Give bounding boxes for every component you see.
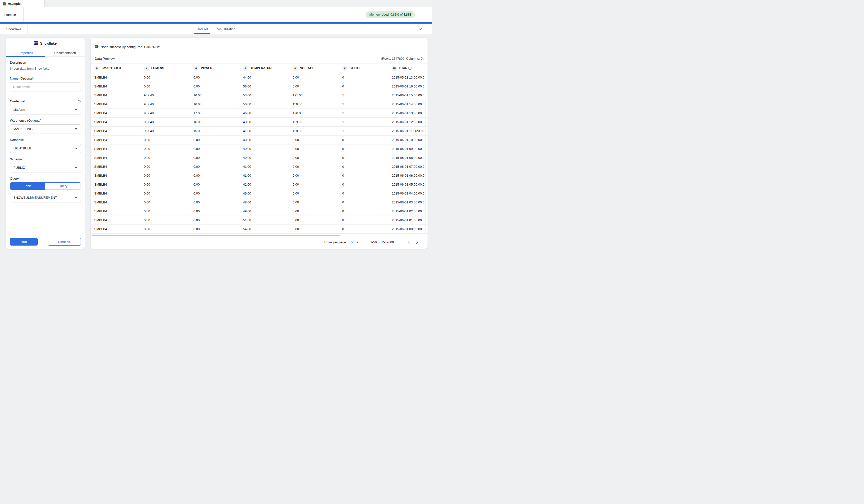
number-type-icon: # [193, 66, 199, 71]
table-cell: SMBLB4 [94, 138, 144, 142]
table-cell: 987.40 [144, 120, 193, 124]
tab-dataset[interactable]: Dataset [193, 24, 211, 34]
table-cell: 17.00 [193, 111, 243, 115]
table-cell: 2015-06-01 03:00:00.0 [392, 200, 428, 204]
caret-down-icon [75, 167, 77, 169]
table-cell: 0.00 [293, 227, 342, 231]
database-icon [34, 41, 38, 46]
previous-page-button[interactable] [406, 239, 412, 245]
database-value: LIGHTBULB [13, 146, 31, 150]
main-content: Snowflake Properties Documentation Descr… [0, 34, 432, 252]
table-row: SMBLB40.000.0046.000.0002015-06-01 04:00… [91, 189, 428, 198]
table-row: SMBLB40.000.0041.000.0002015-06-01 06:00… [91, 171, 428, 180]
credential-select[interactable]: platform [10, 105, 81, 114]
name-label: Name (Optional) [10, 76, 81, 80]
column-header: #VOLTAGE [293, 66, 342, 71]
table-cell: 2015-06-01 15:00:00.0 [392, 94, 428, 97]
table-cell: 0.00 [293, 192, 342, 195]
status-message: Node succesfully configured. Click 'Run' [100, 45, 160, 49]
table-cell: 0.00 [144, 85, 193, 88]
column-header: START_T [392, 66, 428, 71]
string-type-icon: A [94, 66, 99, 71]
caret-down-icon [75, 148, 77, 149]
caret-down-icon [75, 128, 77, 130]
node-name-label: Snowflake [0, 24, 28, 34]
table-row: SMBLB40.000.0048.000.0002015-06-01 03:00… [91, 198, 428, 207]
table-row: SMBLB4987.4017.0046.00120.0012015-06-01 … [91, 109, 428, 118]
table-cell: 121.00 [293, 94, 342, 97]
table-cell: SMBLB4 [94, 192, 144, 195]
tab-documentation[interactable]: Documentation [45, 49, 85, 57]
table-cell: 2015-06-01 13:00:00.0 [392, 111, 428, 115]
credential-value: platform [13, 108, 25, 111]
table-cell: 0.00 [193, 138, 243, 142]
caret-down-icon [75, 109, 77, 111]
browser-tab[interactable]: example [0, 0, 45, 7]
table-row: SMBLB40.000.0044.000.0002015-05-28 13:00… [91, 73, 428, 82]
table-cell: SMBLB4 [94, 120, 144, 124]
table-row: SMBLB4987.4015.0041.00118.0012015-06-01 … [91, 127, 428, 136]
table-cell: SMBLB4 [94, 76, 144, 79]
table-cell: 46.00 [243, 111, 293, 115]
table-cell: 0.00 [144, 183, 193, 186]
node-name-input[interactable] [10, 82, 81, 91]
horizontal-scrollbar-thumb[interactable] [92, 235, 340, 236]
table-cell: 0 [342, 147, 392, 151]
table-cell: 2015-06-01 12:00:00.0 [392, 120, 428, 124]
table-cell: 0.00 [293, 138, 342, 142]
browser-tab-strip: example [0, 0, 432, 7]
table-cell: 44.00 [243, 76, 293, 79]
table-cell: SMBLB4 [94, 183, 144, 186]
table-cell: 56.00 [243, 85, 293, 88]
tab-properties[interactable]: Properties [6, 49, 45, 57]
clear-all-button[interactable]: Clear All [48, 238, 81, 246]
table-cell: 0.00 [144, 76, 193, 79]
caret-down-icon [75, 197, 77, 198]
table-cell: 0 [342, 209, 392, 213]
table-cell: 2015-06-01 04:00:00.0 [392, 192, 428, 195]
caret-down-icon [356, 242, 358, 243]
table-cell: 0.00 [144, 209, 193, 213]
table-cell: 41.00 [243, 165, 293, 169]
chevron-down-icon[interactable] [418, 27, 423, 31]
warehouse-select[interactable]: MARKETING [10, 124, 81, 134]
warehouse-group: Warehouse (Optional) MARKETING [10, 119, 81, 134]
table-cell: SMBLB4 [94, 147, 144, 151]
table-cell: 0 [342, 218, 392, 222]
next-page-button[interactable] [413, 239, 420, 245]
table-row: SMBLB4987.4016.0043.00119.0012015-06-01 … [91, 118, 428, 127]
panel-footer: Run Clear All [6, 234, 85, 249]
table-body: SMBLB40.000.0044.000.0002015-05-28 13:00… [91, 73, 428, 234]
toggle-query[interactable]: Query [45, 183, 81, 189]
toggle-table[interactable]: Table [10, 183, 45, 189]
table-cell: 1 [342, 111, 392, 115]
table-cell: 0.00 [293, 218, 342, 222]
table-cell: 0.00 [144, 227, 193, 231]
tab-visualization[interactable]: Visualization [214, 24, 239, 34]
schema-select[interactable]: PUBLIC [10, 163, 81, 172]
table-row: SMBLB40.000.0040.000.0002015-06-01 09:00… [91, 145, 428, 153]
table-cell: 0 [342, 192, 392, 195]
table-cell: 2015-06-01 00:00:00.0 [392, 227, 428, 231]
table-select[interactable]: SNOWBULBMEASUREMENT [10, 193, 81, 202]
table-cell: 0.00 [144, 147, 193, 151]
run-button[interactable]: Run [10, 238, 38, 246]
table-cell: 2015-06-01 09:00:00.0 [392, 147, 428, 151]
table-cell: 987.40 [144, 129, 193, 133]
horizontal-scrollbar [91, 234, 428, 237]
rows-per-page-select[interactable]: 50 [351, 241, 358, 244]
table-cell: 0.00 [144, 165, 193, 169]
table-cell: 1 [342, 120, 392, 124]
table-cell: 2015-06-01 10:00:00.0 [392, 138, 428, 142]
column-header: #STATUS [342, 66, 392, 71]
table-cell: 49.00 [243, 209, 293, 213]
table-cell: 2015-06-01 06:00:00.0 [392, 174, 428, 177]
gear-icon[interactable]: ⚙ [77, 99, 81, 103]
database-select[interactable]: LIGHTBULB [10, 144, 81, 153]
table-cell: 0.00 [193, 209, 243, 213]
vertical-scrollbar[interactable] [424, 100, 426, 234]
table-cell: 0.00 [193, 165, 243, 169]
table-cell: 0.00 [144, 138, 193, 142]
table-cell: 0.00 [293, 165, 342, 169]
panel-tabs: Properties Documentation [6, 49, 85, 57]
